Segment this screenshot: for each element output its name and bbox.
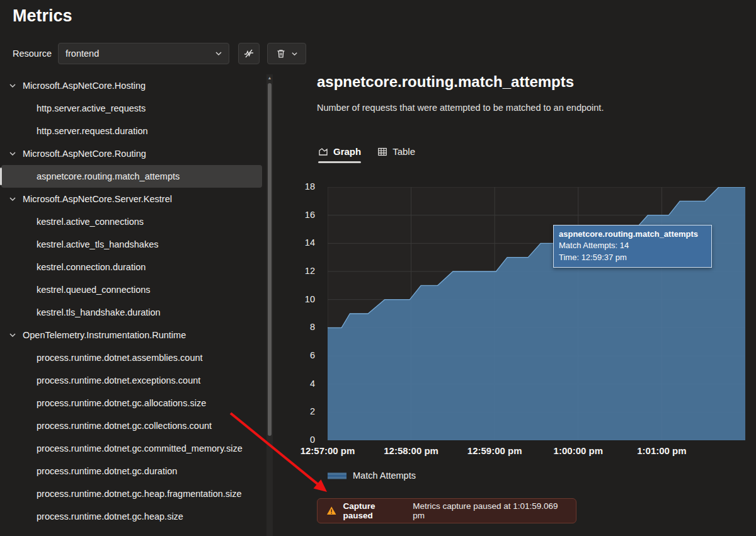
remove-metrics-button[interactable] [267, 43, 306, 64]
sidebar-item-label: process.runtime.dotnet.assemblies.count [37, 353, 203, 363]
sidebar-group[interactable]: OpenTelemetry.Instrumentation.Runtime [1, 324, 262, 346]
sidebar-item-label: process.runtime.dotnet.gc.collections.co… [37, 421, 212, 431]
y-tick-label: 14 [305, 237, 315, 248]
tooltip-title: aspnetcore.routing.match_attempts [559, 229, 706, 240]
banner-title: Capture paused [343, 501, 405, 520]
sidebar-group-label: Microsoft.AspNetCore.Server.Kestrel [23, 194, 172, 204]
x-tick-label: 1:00:00 pm [541, 445, 616, 456]
y-tick-label: 10 [305, 294, 315, 304]
sidebar-group-label: OpenTelemetry.Instrumentation.Runtime [23, 330, 186, 340]
capture-paused-banner: Capture paused Metrics capture paused at… [317, 498, 576, 523]
resource-select[interactable]: frontend [58, 43, 229, 64]
pause-metrics-button[interactable] [238, 43, 260, 64]
chevron-down-icon [9, 150, 16, 157]
sidebar-item-label: aspnetcore.routing.match_attempts [37, 171, 180, 181]
sidebar-item-label: process.runtime.dotnet.gc.heap.fragmenta… [37, 489, 242, 499]
x-axis-labels: 12:57:00 pm12:58:00 pm12:59:00 pm1:00:00… [328, 445, 745, 459]
y-tick-label: 8 [310, 322, 315, 332]
y-tick-label: 4 [310, 379, 315, 389]
y-tick-label: 2 [310, 406, 315, 416]
tab-graph[interactable]: Graph [318, 146, 361, 163]
sidebar-item-label: process.runtime.dotnet.gc.committed_memo… [37, 443, 243, 453]
sidebar-item-label: process.runtime.dotnet.gc.allocations.si… [37, 398, 206, 408]
sidebar-item[interactable]: kestrel.queued_connections [1, 278, 262, 301]
sidebar-group-label: Microsoft.AspNetCore.Hosting [23, 81, 146, 91]
sidebar-group[interactable]: Microsoft.AspNetCore.Hosting [1, 74, 262, 97]
sidebar-item[interactable]: aspnetcore.routing.match_attempts [1, 165, 262, 188]
area-chart-icon [318, 147, 328, 157]
sidebar-item[interactable]: http.server.active_requests [1, 97, 262, 120]
sidebar-item[interactable]: kestrel.active_tls_handshakes [1, 233, 262, 256]
y-axis-labels: 024681012141618 [284, 187, 321, 440]
chevron-down-icon [9, 195, 16, 203]
page-title: Metrics [13, 6, 72, 26]
tab-table[interactable]: Table [377, 146, 415, 163]
sidebar-item-label: kestrel.active_connections [37, 217, 144, 227]
sidebar-scrollbar[interactable]: ▲ [266, 74, 273, 536]
trash-icon [276, 48, 286, 59]
sidebar-item-label: kestrel.queued_connections [37, 285, 151, 295]
x-tick-label: 12:58:00 pm [374, 445, 449, 456]
metric-description: Number of requests that were attempted t… [317, 103, 604, 113]
sidebar-group[interactable]: Microsoft.AspNetCore.Server.Kestrel [1, 188, 262, 210]
y-tick-label: 12 [305, 266, 315, 276]
sidebar-item-label: process.runtime.dotnet.gc.heap.size [37, 511, 183, 522]
sidebar-item[interactable]: process.runtime.dotnet.gc.collections.co… [1, 414, 262, 437]
y-tick-label: 0 [310, 435, 315, 445]
sidebar-item[interactable]: process.runtime.dotnet.gc.heap.fragmenta… [1, 482, 262, 505]
sidebar-item[interactable]: kestrel.connection.duration [1, 256, 262, 278]
crossed-out-pulse-icon [244, 48, 254, 59]
metric-title: aspnetcore.routing.match_attempts [317, 73, 574, 91]
resource-label: Resource [13, 43, 52, 64]
scrollbar-up-arrow[interactable]: ▲ [266, 76, 273, 80]
resource-select-value: frontend [66, 48, 99, 59]
sidebar-item-label: http.server.request.duration [37, 126, 148, 136]
sidebar-item[interactable]: http.server.request.duration [1, 120, 262, 142]
warning-icon [326, 506, 336, 516]
sidebar-item-label: kestrel.tls_handshake.duration [37, 307, 161, 317]
sidebar-group-label: Microsoft.AspNetCore.Routing [23, 149, 146, 159]
table-grid-icon [377, 147, 387, 157]
x-tick-label: 12:59:00 pm [457, 445, 532, 456]
view-tabs: Graph Table [318, 146, 415, 163]
active-tab-indicator [318, 161, 361, 163]
chevron-down-icon [9, 82, 16, 89]
sidebar-item[interactable]: process.runtime.dotnet.assemblies.count [1, 346, 262, 369]
sidebar-item-label: process.runtime.dotnet.gc.duration [37, 466, 177, 476]
banner-message: Metrics capture paused at 1:01:59.069 pm [413, 501, 567, 520]
chevron-down-icon [215, 50, 222, 57]
chevron-down-icon [9, 331, 16, 339]
sidebar-group[interactable]: Microsoft.AspNetCore.Routing [1, 142, 262, 165]
sidebar-item[interactable]: process.runtime.dotnet.gc.duration [1, 460, 262, 482]
sidebar-item-label: kestrel.connection.duration [37, 262, 146, 272]
sidebar-item[interactable]: process.runtime.dotnet.gc.allocations.si… [1, 392, 262, 414]
y-tick-label: 16 [305, 210, 315, 220]
chart-tooltip: aspnetcore.routing.match_attempts Match … [553, 225, 712, 268]
chevron-down-icon [291, 50, 298, 57]
sidebar-item-label: http.server.active_requests [37, 103, 146, 113]
sidebar-item[interactable]: process.runtime.dotnet.exceptions.count [1, 369, 262, 392]
tooltip-value: Match Attempts: 14 [559, 240, 706, 251]
sidebar-item[interactable]: kestrel.active_connections [1, 210, 262, 233]
metrics-page: Metrics Resource frontend Microsoft.AspN… [0, 0, 756, 536]
selection-indicator [0, 168, 2, 185]
sidebar-item[interactable]: process.runtime.dotnet.gc.heap.size [1, 505, 262, 528]
scrollbar-thumb[interactable] [268, 83, 272, 436]
x-tick-label: 1:01:00 pm [624, 445, 699, 456]
sidebar-item-label: process.runtime.dotnet.exceptions.count [37, 375, 200, 385]
metrics-tree: Microsoft.AspNetCore.Hostinghttp.server.… [0, 74, 265, 536]
legend-item-match-attempts[interactable]: Match Attempts [328, 470, 416, 481]
tooltip-time: Time: 12:59:37 pm [559, 252, 706, 263]
y-tick-label: 18 [305, 181, 315, 191]
legend-label: Match Attempts [353, 470, 416, 481]
y-tick-label: 6 [310, 350, 315, 360]
x-tick-label: 12:57:00 pm [290, 445, 365, 456]
legend-swatch [328, 472, 346, 480]
sidebar-item-label: kestrel.active_tls_handshakes [37, 239, 158, 249]
sidebar-item[interactable]: process.runtime.dotnet.gc.committed_memo… [1, 437, 262, 460]
sidebar-item[interactable]: kestrel.tls_handshake.duration [1, 301, 262, 324]
